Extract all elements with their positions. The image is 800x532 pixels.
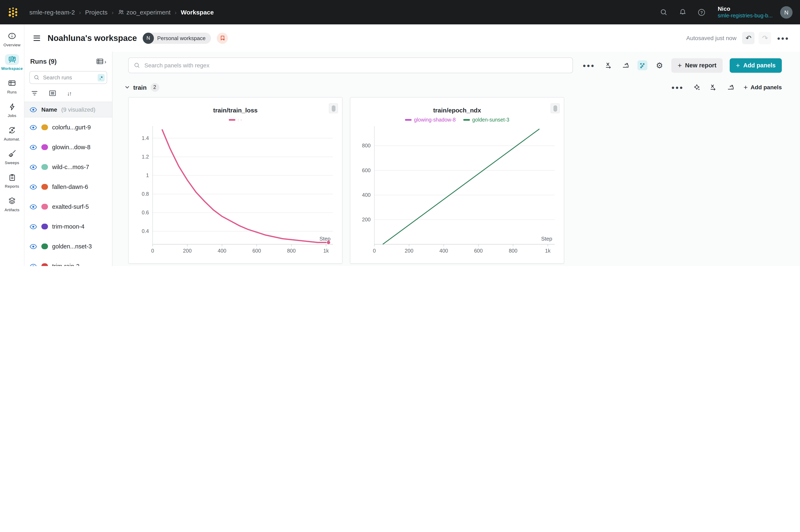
- search-icon: [134, 62, 140, 69]
- smoothing-iron-icon[interactable]: [620, 60, 630, 70]
- visibility-eye-icon[interactable]: [30, 244, 37, 249]
- visibility-eye-icon[interactable]: [30, 204, 37, 209]
- rail-item-workspace[interactable]: Workspace: [0, 52, 23, 73]
- filter-icon[interactable]: [31, 90, 38, 97]
- rail-item-overview[interactable]: Overview: [0, 28, 23, 49]
- sparkle-icon[interactable]: [693, 84, 700, 91]
- run-color-swatch[interactable]: [41, 224, 48, 229]
- run-name[interactable]: glowin...dow-8: [52, 144, 90, 150]
- breadcrumb-separator: ›: [175, 9, 176, 16]
- run-name[interactable]: fallen-dawn-6: [52, 184, 88, 190]
- panel-search-box: [128, 57, 573, 73]
- regex-toggle[interactable]: .*: [97, 74, 105, 81]
- notifications-bell-icon[interactable]: [675, 5, 690, 19]
- run-row[interactable]: glowin...dow-8: [24, 137, 112, 157]
- visibility-eye-icon[interactable]: [30, 224, 37, 229]
- breadcrumb-projects[interactable]: Projects: [85, 9, 107, 16]
- breadcrumb-project[interactable]: zoo_experiment: [126, 9, 170, 16]
- run-color-swatch[interactable]: [41, 164, 48, 170]
- run-row[interactable]: exalted-surf-5: [24, 197, 112, 216]
- visibility-eye-icon[interactable]: [30, 184, 37, 190]
- run-color-swatch[interactable]: [41, 263, 48, 266]
- svg-text:Step: Step: [541, 235, 553, 242]
- section-add-panels-button[interactable]: +Add panels: [744, 84, 782, 91]
- rail-item-artifacts[interactable]: Artifacts: [0, 193, 23, 214]
- wandb-logo[interactable]: [7, 6, 19, 18]
- help-icon[interactable]: ?: [694, 5, 709, 19]
- settings-gear-icon[interactable]: ⚙: [654, 60, 664, 70]
- workspace-main: ●●● ⚙ +New rep: [112, 52, 800, 266]
- run-row[interactable]: colorfu...gurt-9: [24, 117, 112, 137]
- run-color-swatch[interactable]: [41, 184, 48, 190]
- breadcrumb-team[interactable]: smle-reg-team-2: [30, 9, 75, 16]
- svg-text:800: 800: [362, 142, 371, 148]
- run-row[interactable]: trim-moon-4: [24, 216, 112, 236]
- chevron-down-icon[interactable]: [125, 86, 129, 89]
- runs-count-title: Runs (9): [30, 58, 57, 65]
- collapse-sidebar-icon[interactable]: [32, 34, 42, 42]
- run-row[interactable]: golden...nset-3: [24, 236, 112, 256]
- visibility-eye-icon[interactable]: [30, 164, 37, 170]
- runs-search-input[interactable]: [42, 74, 95, 81]
- outliers-toggle-icon[interactable]: [637, 60, 647, 70]
- rail-item-automations[interactable]: Automat.: [0, 123, 23, 144]
- expand-runs-icon[interactable]: ›: [105, 58, 106, 65]
- sort-icon[interactable]: ↓↑: [67, 90, 71, 96]
- legend-label[interactable]: glowing-shadow-8: [414, 117, 456, 123]
- visibility-eye-icon[interactable]: [30, 125, 37, 130]
- visibility-eye-icon[interactable]: [30, 145, 37, 150]
- run-color-swatch[interactable]: [41, 144, 48, 150]
- rail-item-runs[interactable]: Runs: [0, 76, 23, 96]
- section-header-train: train 2 ●●● +Add pane: [112, 77, 800, 96]
- workspace-more-menu[interactable]: ●●●: [775, 35, 791, 41]
- rail-item-sweeps[interactable]: Sweeps: [0, 146, 23, 167]
- overview-icon: [5, 31, 19, 41]
- wandb-app: smle-reg-team-2 › Projects › zoo_experim…: [0, 0, 800, 266]
- section-more-menu[interactable]: ●●●: [670, 84, 685, 90]
- new-report-button[interactable]: +New report: [671, 58, 722, 73]
- group-icon[interactable]: [49, 90, 56, 97]
- rail-item-reports[interactable]: Reports: [0, 170, 23, 191]
- toolbar-more-menu[interactable]: ●●●: [581, 62, 596, 69]
- visibility-eye-icon[interactable]: [30, 107, 37, 112]
- runs-table-icon[interactable]: [96, 57, 104, 65]
- x-axis-icon[interactable]: [708, 82, 718, 92]
- run-name[interactable]: colorfu...gurt-9: [52, 124, 91, 131]
- section-name[interactable]: train: [133, 84, 147, 91]
- panel-drag-handle[interactable]: [551, 103, 560, 113]
- rail-item-jobs[interactable]: Jobs: [0, 99, 23, 120]
- breadcrumb-workspace[interactable]: Workspace: [181, 9, 214, 16]
- run-row[interactable]: fallen-dawn-6: [24, 177, 112, 197]
- column-name[interactable]: Name: [41, 106, 57, 113]
- run-name[interactable]: trim-rain-2: [52, 263, 79, 266]
- run-name[interactable]: trim-moon-4: [52, 223, 85, 230]
- run-color-swatch[interactable]: [41, 204, 48, 210]
- workspace-selector[interactable]: N Personal workspace: [143, 33, 211, 44]
- run-name[interactable]: wild-c...mos-7: [52, 164, 89, 170]
- user-avatar[interactable]: N: [780, 6, 793, 18]
- user-team-link[interactable]: smle-registries-bug-b...: [718, 13, 773, 19]
- x-axis-icon[interactable]: [603, 60, 613, 70]
- run-row[interactable]: trim-rain-2: [24, 256, 112, 266]
- legend-label[interactable]: golden-sunset-3: [472, 117, 509, 123]
- run-color-swatch[interactable]: [41, 244, 48, 249]
- jobs-icon: [5, 101, 19, 112]
- undo-button[interactable]: ↶: [742, 32, 755, 44]
- workspace-avatar: N: [143, 33, 154, 44]
- run-row[interactable]: wild-c...mos-7: [24, 157, 112, 177]
- run-name[interactable]: exalted-surf-5: [52, 203, 89, 210]
- user-block[interactable]: Nico smle-registries-bug-b...: [718, 5, 773, 19]
- team-icon: [118, 9, 124, 15]
- panel-epoch-ndx: train/epoch_ndx glowing-shadow-8 golden-…: [350, 97, 564, 264]
- panel-search-input[interactable]: [144, 62, 568, 69]
- workspace-header: Noahluna's workspace N Personal workspac…: [24, 24, 800, 52]
- clear-workspace-icon[interactable]: [217, 33, 228, 44]
- search-icon[interactable]: [656, 5, 671, 19]
- redo-button[interactable]: ↷: [759, 32, 771, 44]
- panel-drag-handle[interactable]: [329, 103, 338, 113]
- run-name[interactable]: golden...nset-3: [52, 243, 92, 250]
- smoothing-iron-icon[interactable]: [726, 82, 736, 92]
- visibility-eye-icon[interactable]: [30, 264, 37, 266]
- add-panels-button[interactable]: +Add panels: [730, 58, 782, 73]
- run-color-swatch[interactable]: [41, 125, 48, 130]
